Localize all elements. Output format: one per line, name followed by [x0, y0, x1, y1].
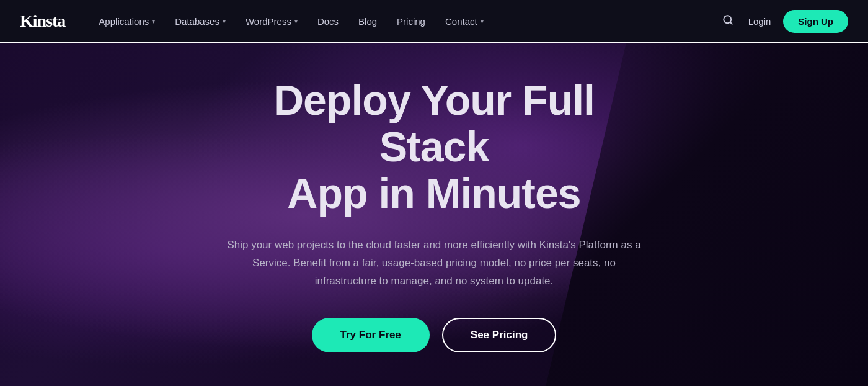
navbar: Kinsta Applications ▾ Databases ▾ WordPr… — [0, 0, 868, 42]
nav-item-docs[interactable]: Docs — [309, 11, 347, 32]
nav-label-docs: Docs — [317, 16, 339, 27]
nav-item-databases[interactable]: Databases ▾ — [166, 11, 234, 32]
nav-item-applications[interactable]: Applications ▾ — [90, 11, 164, 32]
try-for-free-button[interactable]: Try For Free — [312, 318, 430, 352]
nav-label-applications: Applications — [99, 16, 149, 27]
chevron-icon-applications: ▾ — [152, 18, 155, 25]
chevron-icon-contact: ▾ — [480, 18, 484, 25]
nav-label-wordpress: WordPress — [246, 16, 291, 27]
nav-item-wordpress[interactable]: WordPress ▾ — [237, 11, 306, 32]
hero-buttons: Try For Free See Pricing — [217, 318, 651, 352]
nav-label-contact: Contact — [445, 16, 477, 27]
see-pricing-button[interactable]: See Pricing — [442, 318, 557, 352]
nav-right: Login Sign Up — [720, 10, 848, 33]
chevron-icon-databases: ▾ — [223, 18, 226, 25]
svg-line-1 — [730, 22, 732, 24]
nav-item-pricing[interactable]: Pricing — [388, 11, 434, 32]
hero-title-line2: App in Minutes — [287, 169, 580, 217]
chevron-icon-wordpress: ▾ — [294, 18, 298, 25]
navbar-border — [0, 42, 868, 43]
logo[interactable]: Kinsta — [20, 11, 65, 31]
nav-label-databases: Databases — [175, 16, 219, 27]
brand-name: Kinsta — [20, 11, 65, 31]
search-icon[interactable] — [720, 12, 736, 31]
nav-label-blog: Blog — [358, 16, 377, 27]
hero-subtitle: Ship your web projects to the cloud fast… — [223, 236, 645, 290]
nav-item-blog[interactable]: Blog — [350, 11, 386, 32]
signup-button[interactable]: Sign Up — [783, 10, 848, 33]
hero-section: Deploy Your Full Stack App in Minutes Sh… — [0, 43, 868, 386]
nav-item-contact[interactable]: Contact ▾ — [436, 11, 492, 32]
nav-links: Applications ▾ Databases ▾ WordPress ▾ D… — [90, 11, 719, 32]
hero-content: Deploy Your Full Stack App in Minutes Sh… — [192, 77, 676, 352]
hero-title-line1: Deploy Your Full Stack — [273, 76, 595, 170]
hero-title: Deploy Your Full Stack App in Minutes — [217, 77, 651, 216]
nav-label-pricing: Pricing — [397, 16, 425, 27]
login-link[interactable]: Login — [748, 16, 771, 27]
